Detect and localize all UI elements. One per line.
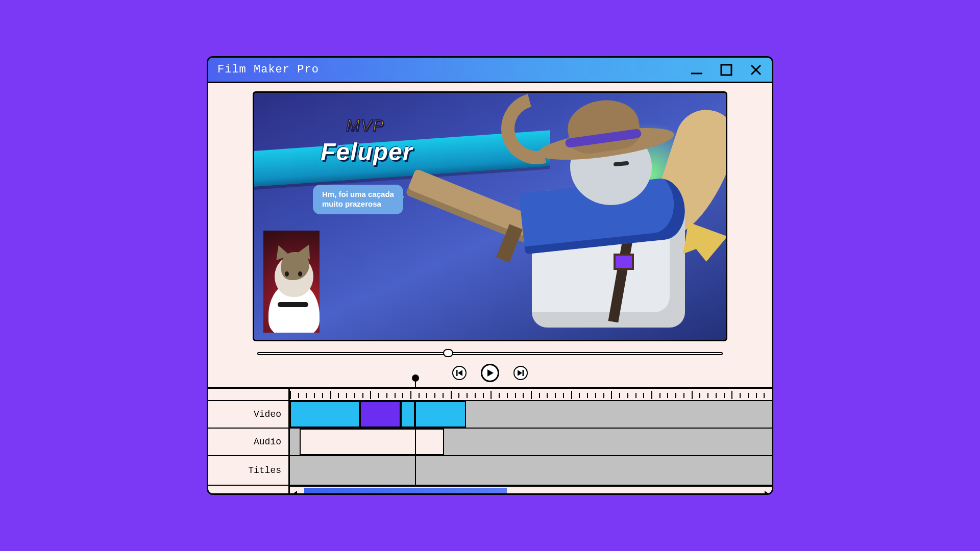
track-row-audio: Audio (208, 429, 772, 456)
svg-rect-4 (456, 370, 458, 376)
track-row-video: Video (208, 401, 772, 429)
track-row-titles: Titles (208, 456, 772, 486)
scrub-track[interactable] (257, 352, 723, 355)
facecam-overlay (263, 231, 320, 333)
app-window: Film Maker Pro MVP Feluper Hm, foi uma c… (207, 56, 773, 495)
clip[interactable] (360, 401, 401, 428)
clip[interactable] (290, 401, 360, 428)
preview-monitor[interactable]: MVP Feluper Hm, foi uma caçada muito pra… (253, 91, 727, 341)
svg-marker-10 (765, 491, 768, 495)
mvp-label: MVP (346, 116, 384, 135)
playhead-line[interactable] (415, 401, 416, 428)
audio-track[interactable] (290, 429, 772, 455)
maximize-button[interactable] (720, 63, 733, 77)
transport-controls (452, 364, 528, 382)
svg-marker-6 (487, 369, 494, 377)
playhead-line[interactable] (415, 456, 416, 485)
prev-frame-button[interactable] (452, 366, 467, 380)
timeline-hscroll[interactable] (290, 486, 772, 495)
speech-line-1: Hm, foi uma caçada (322, 190, 394, 198)
timeline-ruler-row (208, 389, 772, 401)
timeline-hscroll-row (208, 486, 772, 495)
ruler-label-spacer (208, 389, 290, 400)
maximize-icon (720, 63, 733, 77)
character-art (409, 91, 727, 341)
close-button[interactable] (749, 63, 763, 77)
scrub-handle[interactable] (443, 349, 453, 357)
video-track[interactable] (290, 401, 772, 428)
minimize-button[interactable] (690, 63, 703, 77)
svg-marker-7 (518, 370, 522, 376)
preview-area: MVP Feluper Hm, foi uma caçada muito pra… (208, 83, 772, 389)
svg-rect-1 (721, 65, 731, 75)
svg-marker-9 (293, 491, 297, 495)
hscroll-thumb[interactable] (304, 488, 506, 495)
app-title: Film Maker Pro (217, 63, 319, 76)
clip[interactable] (300, 429, 444, 455)
content: MVP Feluper Hm, foi uma caçada muito pra… (208, 83, 772, 493)
hscroll-right-button[interactable] (761, 487, 772, 495)
clip[interactable] (401, 401, 415, 428)
skip-forward-icon (517, 369, 524, 377)
hscroll-left-button[interactable] (290, 487, 301, 495)
play-icon (486, 369, 494, 377)
titles-track[interactable] (290, 456, 772, 485)
timeline-panel: Video Audio Titles (208, 389, 772, 495)
speech-bubble: Hm, foi uma caçada muito prazerosa (313, 185, 403, 214)
chevron-left-icon (292, 490, 299, 495)
play-button[interactable] (481, 364, 499, 382)
hscroll-label-spacer (208, 486, 290, 495)
minimize-icon (690, 63, 703, 77)
chevron-right-icon (763, 490, 769, 495)
svg-rect-8 (523, 370, 524, 376)
player-name: Feluper (321, 138, 412, 166)
speech-line-2: muito prazerosa (322, 199, 381, 208)
next-frame-button[interactable] (513, 366, 528, 380)
skip-back-icon (456, 369, 463, 377)
playhead-line[interactable] (415, 429, 416, 455)
svg-marker-5 (458, 370, 462, 376)
timeline-ruler[interactable] (290, 389, 772, 400)
titlebar[interactable]: Film Maker Pro (208, 58, 772, 83)
clip[interactable] (415, 401, 465, 428)
close-icon (749, 63, 763, 77)
track-label-audio: Audio (208, 429, 290, 455)
track-label-video: Video (208, 401, 290, 428)
preview-scrubber[interactable] (257, 349, 723, 358)
track-label-titles: Titles (208, 456, 290, 485)
